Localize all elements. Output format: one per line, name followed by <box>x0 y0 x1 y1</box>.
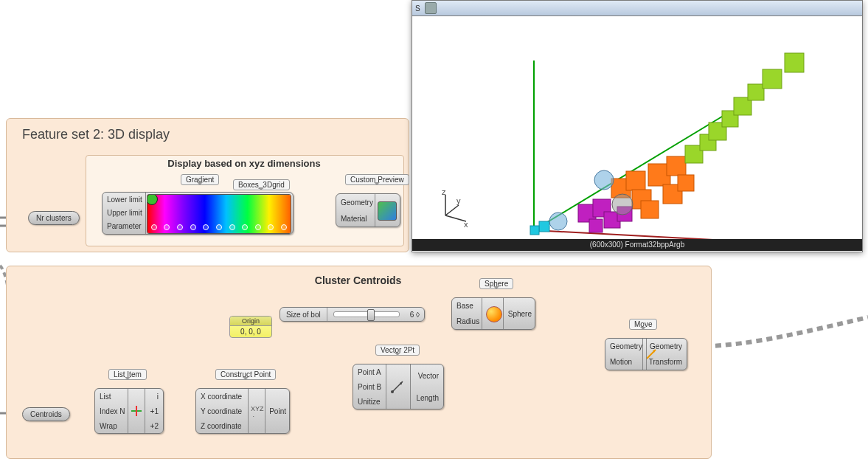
svg-point-35 <box>612 194 633 215</box>
svg-line-39 <box>445 205 459 215</box>
sp-in-radius: Radius <box>454 317 482 325</box>
component-gradient[interactable]: Lower limit Upper limit Parameter <box>102 192 294 235</box>
svg-point-4 <box>391 390 394 393</box>
svg-rect-24 <box>539 221 549 232</box>
preview-svg <box>412 16 862 239</box>
sp-out-sphere: Sphere <box>505 310 535 318</box>
gradient-in-lower: Lower limit <box>104 196 145 204</box>
svg-rect-16 <box>641 201 659 218</box>
preview-viewport[interactable]: z y x <box>412 16 862 239</box>
panel-origin-body: 0, 0, 0 <box>230 326 271 337</box>
group-title-feature2: Feature set 2: 3D display <box>22 127 170 142</box>
v2-out-vec: Vector <box>415 372 442 380</box>
svg-rect-25 <box>530 226 539 235</box>
component-custom-preview[interactable]: Geometry Material <box>336 193 400 227</box>
svg-rect-31 <box>748 84 764 100</box>
param-centroids[interactable]: Centroids <box>22 407 70 421</box>
svg-rect-23 <box>589 219 603 232</box>
component-sphere[interactable]: Base Radius Sphere <box>451 297 535 330</box>
sphere-icon <box>486 306 502 322</box>
component-list-item[interactable]: List Index N Wrap i +1 +2 <box>94 388 164 434</box>
li-in-wrap: Wrap <box>97 422 120 430</box>
tag-move: Move <box>629 319 657 330</box>
slider-size-of-bol[interactable]: Size of bol 6 ◊ <box>280 307 425 322</box>
subgroup-display-title: Display based on xyz dimensions <box>86 158 403 169</box>
v2-in-a: Point A <box>355 368 384 376</box>
v2-in-b: Point B <box>355 383 384 391</box>
panel-origin[interactable]: Origin 0, 0, 0 <box>229 316 272 338</box>
list-item-icon <box>131 405 142 417</box>
component-vector2pt[interactable]: Point A Point B Unitize Vector Length <box>353 364 444 409</box>
slider-value: 6 ◊ <box>406 311 424 319</box>
gradient-in-param: Parameter <box>104 222 145 230</box>
li-out-2: +2 <box>147 422 162 430</box>
tag-vector2pt: Vector 2Pt <box>375 345 420 356</box>
param-nr-clusters[interactable]: Nr clusters <box>28 211 80 225</box>
svg-line-38 <box>445 215 466 221</box>
svg-point-34 <box>549 212 567 230</box>
svg-rect-17 <box>667 156 686 176</box>
canvas[interactable]: Feature set 2: 3D display Display based … <box>0 0 868 470</box>
gradient-in-upper: Upper limit <box>104 209 145 217</box>
cp2-in-z: Z coordinate <box>198 422 245 430</box>
preview-titlebar[interactable]: S <box>412 1 862 16</box>
vector-icon <box>390 379 405 395</box>
mv-out-xform: Transform <box>646 358 685 366</box>
svg-point-36 <box>594 170 614 190</box>
svg-line-9 <box>534 230 810 239</box>
axis-y: y <box>456 196 461 205</box>
axis-x: x <box>464 220 468 229</box>
svg-rect-18 <box>678 175 694 191</box>
cp2-in-y: Y coordinate <box>198 407 245 415</box>
swatch-icon <box>378 201 397 221</box>
svg-rect-32 <box>763 69 782 89</box>
mv-in-motion: Motion <box>607 358 635 366</box>
svg-rect-33 <box>785 53 804 72</box>
xyz-icon: XYZ · <box>251 405 264 420</box>
cp2-out-point: Point <box>266 407 289 415</box>
tag-boxes3d: Boxes_3Dgrid <box>233 179 290 190</box>
tag-list-item: List Item <box>108 369 147 380</box>
axis-z: z <box>442 187 446 196</box>
slider-label: Size of bol <box>280 308 327 321</box>
v2-in-u: Unitize <box>355 398 383 406</box>
tag-sphere: Sphere <box>479 278 513 289</box>
sp-in-base: Base <box>454 302 476 310</box>
li-out-1: +1 <box>147 407 162 415</box>
preview-title: S <box>415 4 420 13</box>
li-out-i: i <box>154 393 162 401</box>
tag-custom-preview: Custom Preview <box>345 174 409 185</box>
panel-origin-title: Origin <box>230 317 271 326</box>
svg-rect-2 <box>136 406 137 416</box>
cp2-in-x: X coordinate <box>198 393 245 401</box>
li-in-index: Index N <box>97 407 128 415</box>
group-centroids-title: Cluster Centroids <box>6 274 710 286</box>
component-construct-point[interactable]: X coordinate Y coordinate Z coordinate X… <box>195 388 290 434</box>
image-icon <box>425 2 437 14</box>
preview-window[interactable]: S <box>412 0 863 252</box>
tag-gradient: Gradient <box>181 174 219 185</box>
li-in-list: List <box>97 393 114 401</box>
preview-footer: (600x300) Format32bppArgb <box>412 239 862 251</box>
mv-out-geom: Geometry <box>647 342 685 350</box>
svg-rect-12 <box>626 171 645 190</box>
component-move[interactable]: Geometry Motion Geometry Transform <box>605 338 687 370</box>
cp-in-material: Material <box>338 215 370 223</box>
cp-in-geometry: Geometry <box>338 198 376 207</box>
v2-out-len: Length <box>413 394 442 402</box>
tag-construct-point: Construct Point <box>215 369 276 380</box>
mv-in-geom: Geometry <box>607 342 645 350</box>
